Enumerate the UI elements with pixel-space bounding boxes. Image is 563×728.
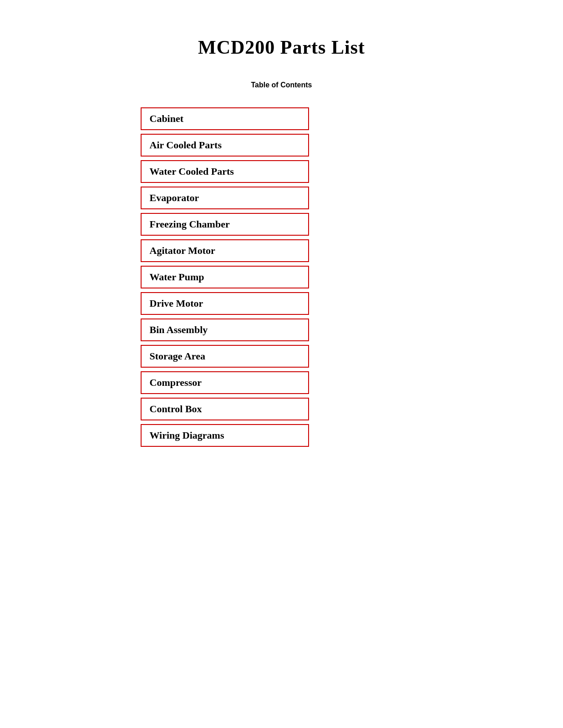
toc-item-agitator-motor[interactable]: Agitator Motor — [141, 239, 309, 262]
toc-item-evaporator[interactable]: Evaporator — [141, 187, 309, 209]
toc-item-air-cooled-parts[interactable]: Air Cooled Parts — [141, 134, 309, 157]
toc-item-cabinet[interactable]: Cabinet — [141, 107, 309, 130]
toc-item-water-cooled-parts[interactable]: Water Cooled Parts — [141, 160, 309, 183]
toc-item-drive-motor[interactable]: Drive Motor — [141, 292, 309, 315]
toc-label: Table of Contents — [251, 81, 312, 89]
page-title: MCD200 Parts List — [198, 36, 365, 58]
toc-item-freezing-chamber[interactable]: Freezing Chamber — [141, 213, 309, 236]
page-container: MCD200 Parts List Table of Contents Cabi… — [77, 0, 487, 483]
toc-item-bin-assembly[interactable]: Bin Assembly — [141, 318, 309, 341]
toc-item-water-pump[interactable]: Water Pump — [141, 266, 309, 288]
toc-list: CabinetAir Cooled PartsWater Cooled Part… — [141, 107, 332, 447]
toc-item-compressor[interactable]: Compressor — [141, 371, 309, 394]
toc-item-control-box[interactable]: Control Box — [141, 398, 309, 420]
toc-item-storage-area[interactable]: Storage Area — [141, 345, 309, 368]
toc-item-wiring-diagrams[interactable]: Wiring Diagrams — [141, 424, 309, 447]
